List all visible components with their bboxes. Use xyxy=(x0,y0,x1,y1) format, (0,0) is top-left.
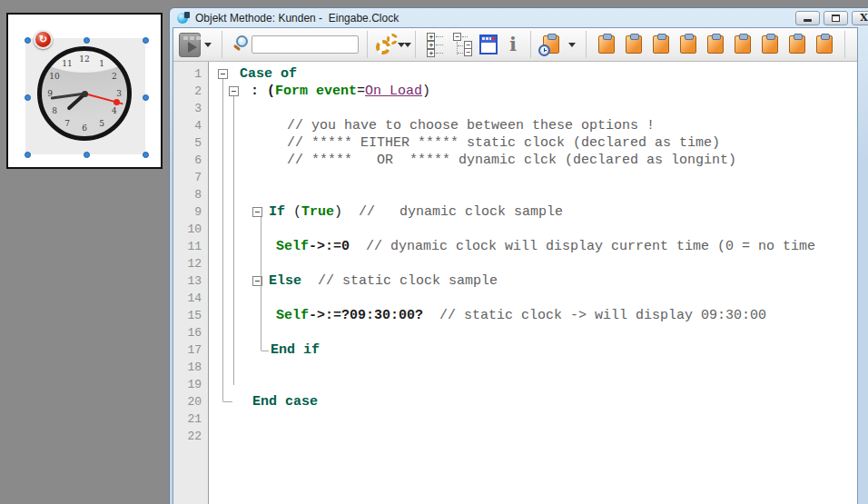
code-token: ) xyxy=(422,84,430,99)
code-token: // static clock -> will display 09:30:00 xyxy=(423,308,766,323)
selection-handle[interactable] xyxy=(143,152,149,158)
code-token: = xyxy=(357,84,365,99)
code-line-18[interactable] xyxy=(209,359,857,376)
close-button[interactable]: X xyxy=(852,11,868,25)
clock-number-8: 8 xyxy=(52,106,57,115)
clipboard-clock-button[interactable] xyxy=(543,35,559,54)
collapse-all-icon[interactable]: − − − xyxy=(453,33,470,56)
code-token: // ***** OR ***** dynamic clck (declared… xyxy=(287,153,736,168)
code-line-15[interactable]: Self->:=?09:30:00? // static clock -> wi… xyxy=(209,307,857,324)
open-form-icon[interactable] xyxy=(479,35,498,54)
selection-handle[interactable] xyxy=(143,37,149,44)
code-token: On Load xyxy=(365,84,422,99)
analog-clock-widget[interactable]: 121234567891011 xyxy=(37,46,132,141)
object-method-badge[interactable]: ↻ xyxy=(34,30,53,49)
clock-number-5: 5 xyxy=(99,119,104,128)
code-line-7[interactable] xyxy=(209,169,857,186)
selection-handle[interactable] xyxy=(25,152,31,158)
code-line-8[interactable] xyxy=(209,186,857,203)
method-editor-window: Objekt Methode: Kunden - Eingabe.Clock X xyxy=(169,7,868,504)
clock-number-12: 12 xyxy=(79,54,89,64)
code-line-11[interactable]: Self->:=0 // dynamic clock will display … xyxy=(209,238,857,255)
clipboard-button-5[interactable] xyxy=(707,35,724,54)
selection-handle[interactable] xyxy=(143,94,149,101)
code-token xyxy=(301,273,318,289)
code-line-9[interactable]: If (True) // dynamic clock sample xyxy=(209,203,857,221)
code-token: Self xyxy=(276,239,309,254)
expand-all-icon[interactable]: + + + xyxy=(427,33,444,56)
selection-handle[interactable] xyxy=(84,37,90,44)
search-dropdown-caret[interactable] xyxy=(404,43,411,47)
clipboard-button-4[interactable] xyxy=(680,35,696,54)
code-line-2[interactable]: : (Form event=On Load) xyxy=(209,83,857,100)
clock-number-10: 10 xyxy=(49,72,59,81)
window-content: + + + − − − i 1234567 xyxy=(173,27,858,504)
code-line-21[interactable] xyxy=(209,410,857,428)
gear-options-icon[interactable] xyxy=(374,33,394,56)
code-editor[interactable]: 12345678910111213141516171819202122 Case… xyxy=(173,62,857,504)
code-line-4[interactable]: // you have to choose between these opti… xyxy=(209,117,857,134)
code-line-1[interactable]: Case of xyxy=(209,65,857,83)
code-token: // ***** EITHER ***** static clock (decl… xyxy=(287,135,720,151)
code-line-17[interactable]: End if xyxy=(209,341,857,359)
clock-number-1: 1 xyxy=(99,59,104,68)
code-line-5[interactable]: // ***** EITHER ***** static clock (decl… xyxy=(209,134,857,152)
code-token: ) xyxy=(334,204,342,220)
line-number: 2 xyxy=(173,83,208,100)
fold-collapse-icon[interactable] xyxy=(252,207,262,217)
clipboard-button-9[interactable] xyxy=(816,35,833,54)
titlebar[interactable]: Objekt Methode: Kunden - Eingabe.Clock X xyxy=(170,8,868,27)
clipboard-button-2[interactable] xyxy=(626,35,642,54)
code-line-3[interactable] xyxy=(209,100,857,117)
info-icon[interactable]: i xyxy=(509,33,517,56)
code-line-12[interactable] xyxy=(209,255,857,272)
code-line-10[interactable] xyxy=(209,221,857,238)
code-token: // dynamic clock sample xyxy=(342,204,563,220)
code-line-20[interactable]: End case xyxy=(209,393,857,410)
line-number: 1 xyxy=(173,65,208,83)
clipboard-button-3[interactable] xyxy=(653,35,669,54)
code-line-22[interactable] xyxy=(209,428,857,445)
clock-overlay-icon xyxy=(538,44,550,56)
code-area[interactable]: Case of: (Form event=On Load)// you have… xyxy=(209,62,857,504)
run-method-button[interactable] xyxy=(179,33,201,57)
selection-handle[interactable] xyxy=(25,94,31,101)
line-number: 11 xyxy=(173,238,208,255)
second-hand-dot xyxy=(113,99,120,105)
line-number: 7 xyxy=(173,169,208,186)
code-line-13[interactable]: Else // static clock sample xyxy=(209,272,857,290)
fold-collapse-icon[interactable] xyxy=(218,69,228,79)
gear-dropdown-caret[interactable] xyxy=(398,43,405,47)
play-icon xyxy=(188,42,197,53)
code-token: ->:=0 xyxy=(309,239,350,254)
code-line-6[interactable]: // ***** OR ***** dynamic clck (declared… xyxy=(209,152,857,169)
clock-center-dot xyxy=(82,91,88,97)
clipboard-button-1[interactable] xyxy=(598,35,615,54)
selection-handle[interactable] xyxy=(25,37,31,44)
code-line-19[interactable] xyxy=(209,376,857,393)
line-number: 21 xyxy=(173,410,208,428)
clock-number-4: 4 xyxy=(112,106,117,115)
search-icon[interactable] xyxy=(232,35,248,54)
clipboard-button-7[interactable] xyxy=(762,35,778,54)
line-number: 8 xyxy=(173,186,208,203)
code-token: Form event xyxy=(275,84,357,99)
line-number: 17 xyxy=(173,341,208,359)
clipboard-button-8[interactable] xyxy=(789,35,805,54)
code-line-16[interactable] xyxy=(209,324,857,341)
method-search-combobox[interactable] xyxy=(252,35,359,54)
run-dropdown-caret[interactable] xyxy=(204,43,212,47)
code-token: ( xyxy=(285,204,301,220)
toolbar-separator xyxy=(844,31,845,58)
code-token: ->:=?09:30:00? xyxy=(309,308,423,323)
clipboard-button-6[interactable] xyxy=(735,35,751,54)
minimize-button[interactable] xyxy=(795,11,820,25)
code-token: True xyxy=(301,204,334,220)
clipboard-dropdown-caret[interactable] xyxy=(568,43,576,47)
code-token: End if xyxy=(271,342,320,358)
selection-handle[interactable] xyxy=(84,152,90,158)
code-line-14[interactable] xyxy=(209,290,857,307)
maximize-button[interactable] xyxy=(824,11,848,25)
line-number: 3 xyxy=(173,100,208,117)
clock-number-3: 3 xyxy=(116,89,122,98)
